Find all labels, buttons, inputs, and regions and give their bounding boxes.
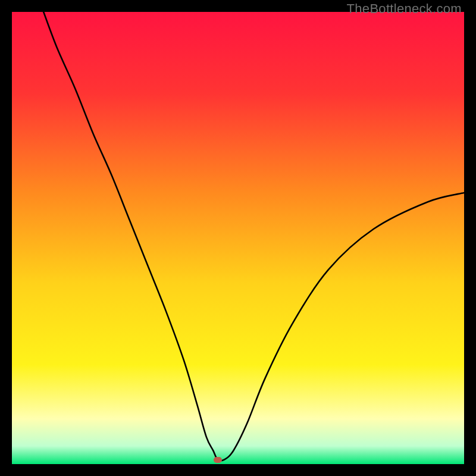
watermark-text: TheBottleneck.com xyxy=(347,1,462,17)
plot-area xyxy=(12,12,464,464)
chart-frame: TheBottleneck.com xyxy=(0,0,476,476)
bottleneck-curve xyxy=(12,12,464,464)
optimum-marker xyxy=(214,457,222,463)
